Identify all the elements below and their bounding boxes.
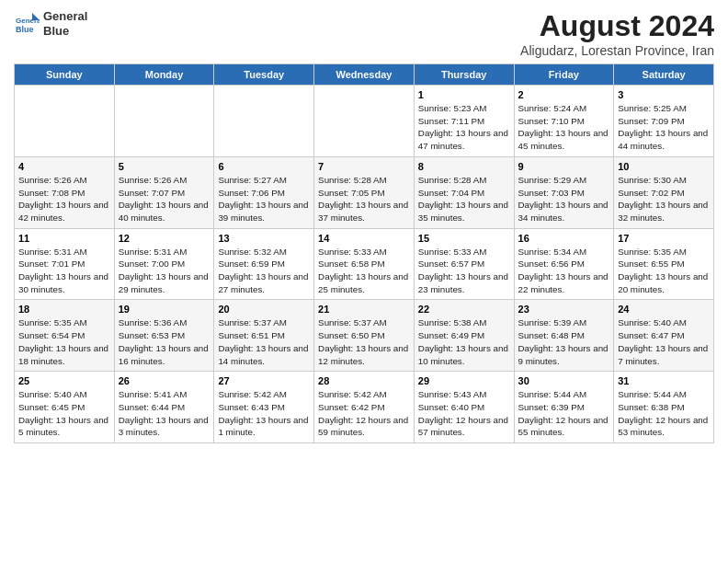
calendar-cell: 29Sunrise: 5:43 AM Sunset: 6:40 PM Dayli… bbox=[414, 372, 514, 443]
day-info: Sunrise: 5:42 AM Sunset: 6:42 PM Dayligh… bbox=[318, 388, 410, 439]
day-info: Sunrise: 5:26 AM Sunset: 7:08 PM Dayligh… bbox=[18, 174, 110, 224]
calendar-cell: 4Sunrise: 5:26 AM Sunset: 7:08 PM Daylig… bbox=[15, 156, 115, 228]
day-info: Sunrise: 5:24 AM Sunset: 7:10 PM Dayligh… bbox=[518, 102, 610, 153]
day-number: 20 bbox=[218, 304, 310, 315]
day-number: 7 bbox=[318, 161, 410, 172]
calendar-cell: 23Sunrise: 5:39 AM Sunset: 6:48 PM Dayli… bbox=[514, 300, 614, 372]
day-info: Sunrise: 5:42 AM Sunset: 6:43 PM Dayligh… bbox=[218, 388, 310, 439]
calendar-table: SundayMondayTuesdayWednesdayThursdayFrid… bbox=[14, 63, 714, 443]
calendar-cell: 1Sunrise: 5:23 AM Sunset: 7:11 PM Daylig… bbox=[414, 86, 514, 157]
day-info: Sunrise: 5:28 AM Sunset: 7:05 PM Dayligh… bbox=[318, 174, 410, 224]
calendar-cell: 27Sunrise: 5:42 AM Sunset: 6:43 PM Dayli… bbox=[214, 372, 314, 443]
day-number: 17 bbox=[618, 233, 710, 244]
day-info: Sunrise: 5:40 AM Sunset: 6:47 PM Dayligh… bbox=[618, 316, 710, 367]
day-number: 10 bbox=[618, 161, 710, 172]
day-info: Sunrise: 5:33 AM Sunset: 6:58 PM Dayligh… bbox=[318, 246, 410, 296]
logo: General Blue General Blue bbox=[14, 9, 87, 38]
day-number: 2 bbox=[518, 89, 610, 100]
day-info: Sunrise: 5:35 AM Sunset: 6:55 PM Dayligh… bbox=[618, 246, 710, 296]
calendar-cell: 11Sunrise: 5:31 AM Sunset: 7:01 PM Dayli… bbox=[15, 228, 115, 300]
calendar-cell: 5Sunrise: 5:26 AM Sunset: 7:07 PM Daylig… bbox=[114, 156, 214, 228]
day-number: 11 bbox=[18, 233, 110, 244]
calendar-cell: 14Sunrise: 5:33 AM Sunset: 6:58 PM Dayli… bbox=[314, 228, 415, 300]
calendar-cell: 13Sunrise: 5:32 AM Sunset: 6:59 PM Dayli… bbox=[214, 228, 314, 300]
calendar-cell: 12Sunrise: 5:31 AM Sunset: 7:00 PM Dayli… bbox=[114, 228, 214, 300]
calendar-cell: 19Sunrise: 5:36 AM Sunset: 6:53 PM Dayli… bbox=[114, 300, 214, 372]
day-number: 30 bbox=[518, 375, 610, 386]
day-number: 21 bbox=[318, 304, 410, 315]
day-info: Sunrise: 5:41 AM Sunset: 6:44 PM Dayligh… bbox=[119, 388, 210, 439]
day-number: 5 bbox=[119, 161, 210, 172]
col-header-friday: Friday bbox=[514, 64, 614, 86]
col-header-monday: Monday bbox=[114, 64, 214, 86]
day-number: 1 bbox=[418, 89, 510, 100]
calendar-cell: 16Sunrise: 5:34 AM Sunset: 6:56 PM Dayli… bbox=[514, 228, 614, 300]
day-info: Sunrise: 5:29 AM Sunset: 7:03 PM Dayligh… bbox=[518, 174, 610, 224]
day-info: Sunrise: 5:27 AM Sunset: 7:06 PM Dayligh… bbox=[218, 174, 310, 224]
day-number: 6 bbox=[218, 161, 310, 172]
day-info: Sunrise: 5:25 AM Sunset: 7:09 PM Dayligh… bbox=[618, 102, 710, 153]
logo-line2: Blue bbox=[43, 24, 87, 39]
calendar-cell: 21Sunrise: 5:37 AM Sunset: 6:50 PM Dayli… bbox=[314, 300, 415, 372]
day-info: Sunrise: 5:40 AM Sunset: 6:45 PM Dayligh… bbox=[18, 388, 110, 439]
calendar-cell: 26Sunrise: 5:41 AM Sunset: 6:44 PM Dayli… bbox=[114, 372, 214, 443]
calendar-cell: 17Sunrise: 5:35 AM Sunset: 6:55 PM Dayli… bbox=[614, 228, 714, 300]
calendar-cell: 7Sunrise: 5:28 AM Sunset: 7:05 PM Daylig… bbox=[314, 156, 415, 228]
day-number: 19 bbox=[119, 304, 210, 315]
day-info: Sunrise: 5:31 AM Sunset: 7:01 PM Dayligh… bbox=[18, 246, 110, 296]
calendar-cell: 3Sunrise: 5:25 AM Sunset: 7:09 PM Daylig… bbox=[614, 86, 714, 157]
day-info: Sunrise: 5:37 AM Sunset: 6:51 PM Dayligh… bbox=[218, 316, 310, 367]
col-header-tuesday: Tuesday bbox=[214, 64, 314, 86]
day-info: Sunrise: 5:31 AM Sunset: 7:00 PM Dayligh… bbox=[119, 246, 210, 296]
title-block: August 2024 Aligudarz, Lorestan Province… bbox=[520, 9, 714, 58]
day-info: Sunrise: 5:39 AM Sunset: 6:48 PM Dayligh… bbox=[518, 316, 610, 367]
calendar-cell: 10Sunrise: 5:30 AM Sunset: 7:02 PM Dayli… bbox=[614, 156, 714, 228]
day-number: 9 bbox=[518, 161, 610, 172]
day-number: 29 bbox=[418, 375, 510, 386]
calendar-cell bbox=[214, 86, 314, 157]
calendar-cell: 22Sunrise: 5:38 AM Sunset: 6:49 PM Dayli… bbox=[414, 300, 514, 372]
day-number: 16 bbox=[518, 233, 610, 244]
col-header-sunday: Sunday bbox=[15, 64, 115, 86]
day-info: Sunrise: 5:33 AM Sunset: 6:57 PM Dayligh… bbox=[418, 246, 510, 296]
calendar-cell: 9Sunrise: 5:29 AM Sunset: 7:03 PM Daylig… bbox=[514, 156, 614, 228]
day-info: Sunrise: 5:43 AM Sunset: 6:40 PM Dayligh… bbox=[418, 388, 510, 439]
calendar-cell: 28Sunrise: 5:42 AM Sunset: 6:42 PM Dayli… bbox=[314, 372, 415, 443]
day-number: 12 bbox=[119, 233, 210, 244]
day-info: Sunrise: 5:23 AM Sunset: 7:11 PM Dayligh… bbox=[418, 102, 510, 153]
calendar-cell: 25Sunrise: 5:40 AM Sunset: 6:45 PM Dayli… bbox=[15, 372, 115, 443]
calendar-cell: 30Sunrise: 5:44 AM Sunset: 6:39 PM Dayli… bbox=[514, 372, 614, 443]
calendar-cell: 15Sunrise: 5:33 AM Sunset: 6:57 PM Dayli… bbox=[414, 228, 514, 300]
day-info: Sunrise: 5:35 AM Sunset: 6:54 PM Dayligh… bbox=[18, 316, 110, 367]
day-info: Sunrise: 5:38 AM Sunset: 6:49 PM Dayligh… bbox=[418, 316, 510, 367]
calendar-cell bbox=[114, 86, 214, 157]
day-number: 4 bbox=[18, 161, 110, 172]
logo-icon: General Blue bbox=[14, 11, 40, 37]
header: General Blue General Blue August 2024 Al… bbox=[14, 9, 714, 58]
subtitle: Aligudarz, Lorestan Province, Iran bbox=[520, 43, 714, 58]
main-title: August 2024 bbox=[520, 9, 714, 43]
day-info: Sunrise: 5:44 AM Sunset: 6:39 PM Dayligh… bbox=[518, 388, 610, 439]
calendar-cell: 24Sunrise: 5:40 AM Sunset: 6:47 PM Dayli… bbox=[614, 300, 714, 372]
day-number: 8 bbox=[418, 161, 510, 172]
day-info: Sunrise: 5:28 AM Sunset: 7:04 PM Dayligh… bbox=[418, 174, 510, 224]
day-number: 14 bbox=[318, 233, 410, 244]
calendar-cell: 6Sunrise: 5:27 AM Sunset: 7:06 PM Daylig… bbox=[214, 156, 314, 228]
calendar-cell: 20Sunrise: 5:37 AM Sunset: 6:51 PM Dayli… bbox=[214, 300, 314, 372]
calendar-cell: 8Sunrise: 5:28 AM Sunset: 7:04 PM Daylig… bbox=[414, 156, 514, 228]
col-header-saturday: Saturday bbox=[614, 64, 714, 86]
day-number: 15 bbox=[418, 233, 510, 244]
day-info: Sunrise: 5:37 AM Sunset: 6:50 PM Dayligh… bbox=[318, 316, 410, 367]
day-number: 23 bbox=[518, 304, 610, 315]
col-header-wednesday: Wednesday bbox=[314, 64, 415, 86]
logo-line1: General bbox=[43, 9, 87, 24]
day-number: 25 bbox=[18, 375, 110, 386]
day-number: 18 bbox=[18, 304, 110, 315]
day-info: Sunrise: 5:32 AM Sunset: 6:59 PM Dayligh… bbox=[218, 246, 310, 296]
svg-text:Blue: Blue bbox=[16, 25, 34, 34]
day-number: 27 bbox=[218, 375, 310, 386]
day-number: 26 bbox=[119, 375, 210, 386]
calendar-cell: 18Sunrise: 5:35 AM Sunset: 6:54 PM Dayli… bbox=[15, 300, 115, 372]
day-info: Sunrise: 5:34 AM Sunset: 6:56 PM Dayligh… bbox=[518, 246, 610, 296]
day-number: 22 bbox=[418, 304, 510, 315]
